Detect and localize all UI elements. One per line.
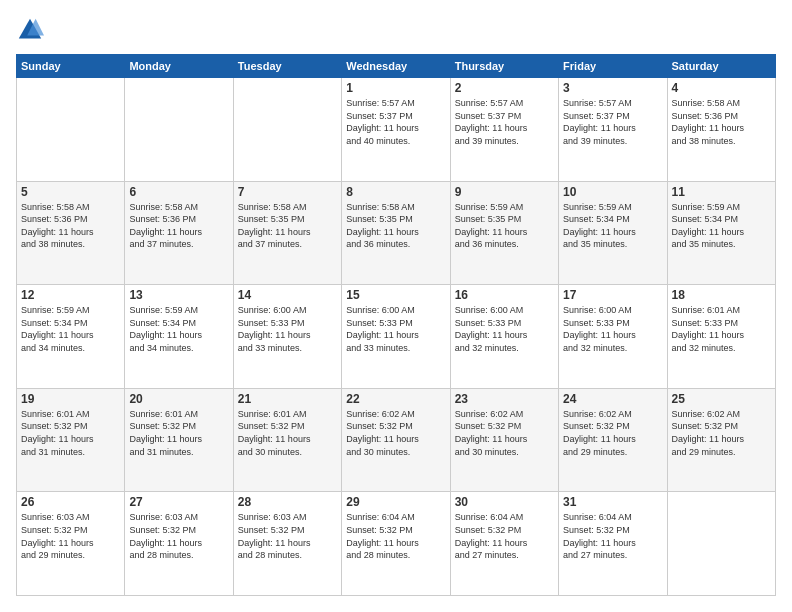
day-detail: Sunrise: 5:58 AM Sunset: 5:36 PM Dayligh…: [21, 201, 120, 251]
day-number: 8: [346, 185, 445, 199]
calendar-cell: 8Sunrise: 5:58 AM Sunset: 5:35 PM Daylig…: [342, 181, 450, 285]
day-detail: Sunrise: 6:03 AM Sunset: 5:32 PM Dayligh…: [238, 511, 337, 561]
calendar-cell: [667, 492, 775, 596]
day-detail: Sunrise: 6:00 AM Sunset: 5:33 PM Dayligh…: [563, 304, 662, 354]
calendar-cell: 31Sunrise: 6:04 AM Sunset: 5:32 PM Dayli…: [559, 492, 667, 596]
calendar-cell: [125, 78, 233, 182]
day-number: 17: [563, 288, 662, 302]
calendar-cell: [17, 78, 125, 182]
calendar: SundayMondayTuesdayWednesdayThursdayFrid…: [16, 54, 776, 596]
day-number: 2: [455, 81, 554, 95]
day-number: 19: [21, 392, 120, 406]
calendar-cell: 7Sunrise: 5:58 AM Sunset: 5:35 PM Daylig…: [233, 181, 341, 285]
day-detail: Sunrise: 6:04 AM Sunset: 5:32 PM Dayligh…: [455, 511, 554, 561]
week-row-5: 26Sunrise: 6:03 AM Sunset: 5:32 PM Dayli…: [17, 492, 776, 596]
day-detail: Sunrise: 5:59 AM Sunset: 5:34 PM Dayligh…: [21, 304, 120, 354]
calendar-cell: 30Sunrise: 6:04 AM Sunset: 5:32 PM Dayli…: [450, 492, 558, 596]
calendar-cell: [233, 78, 341, 182]
weekday-header-row: SundayMondayTuesdayWednesdayThursdayFrid…: [17, 55, 776, 78]
day-detail: Sunrise: 5:57 AM Sunset: 5:37 PM Dayligh…: [455, 97, 554, 147]
day-detail: Sunrise: 5:58 AM Sunset: 5:36 PM Dayligh…: [672, 97, 771, 147]
day-detail: Sunrise: 6:02 AM Sunset: 5:32 PM Dayligh…: [563, 408, 662, 458]
day-number: 15: [346, 288, 445, 302]
day-detail: Sunrise: 6:00 AM Sunset: 5:33 PM Dayligh…: [346, 304, 445, 354]
calendar-cell: 13Sunrise: 5:59 AM Sunset: 5:34 PM Dayli…: [125, 285, 233, 389]
calendar-cell: 2Sunrise: 5:57 AM Sunset: 5:37 PM Daylig…: [450, 78, 558, 182]
day-detail: Sunrise: 6:01 AM Sunset: 5:33 PM Dayligh…: [672, 304, 771, 354]
day-detail: Sunrise: 6:04 AM Sunset: 5:32 PM Dayligh…: [563, 511, 662, 561]
day-detail: Sunrise: 6:02 AM Sunset: 5:32 PM Dayligh…: [455, 408, 554, 458]
calendar-cell: 20Sunrise: 6:01 AM Sunset: 5:32 PM Dayli…: [125, 388, 233, 492]
day-detail: Sunrise: 5:59 AM Sunset: 5:34 PM Dayligh…: [672, 201, 771, 251]
day-detail: Sunrise: 6:01 AM Sunset: 5:32 PM Dayligh…: [21, 408, 120, 458]
calendar-cell: 16Sunrise: 6:00 AM Sunset: 5:33 PM Dayli…: [450, 285, 558, 389]
day-number: 14: [238, 288, 337, 302]
day-detail: Sunrise: 5:59 AM Sunset: 5:34 PM Dayligh…: [563, 201, 662, 251]
day-number: 23: [455, 392, 554, 406]
day-number: 30: [455, 495, 554, 509]
day-detail: Sunrise: 6:03 AM Sunset: 5:32 PM Dayligh…: [21, 511, 120, 561]
day-number: 20: [129, 392, 228, 406]
day-detail: Sunrise: 6:00 AM Sunset: 5:33 PM Dayligh…: [238, 304, 337, 354]
day-number: 22: [346, 392, 445, 406]
weekday-header-sunday: Sunday: [17, 55, 125, 78]
calendar-cell: 11Sunrise: 5:59 AM Sunset: 5:34 PM Dayli…: [667, 181, 775, 285]
calendar-cell: 24Sunrise: 6:02 AM Sunset: 5:32 PM Dayli…: [559, 388, 667, 492]
calendar-cell: 19Sunrise: 6:01 AM Sunset: 5:32 PM Dayli…: [17, 388, 125, 492]
week-row-1: 1Sunrise: 5:57 AM Sunset: 5:37 PM Daylig…: [17, 78, 776, 182]
day-number: 12: [21, 288, 120, 302]
day-detail: Sunrise: 6:02 AM Sunset: 5:32 PM Dayligh…: [346, 408, 445, 458]
weekday-header-saturday: Saturday: [667, 55, 775, 78]
calendar-cell: 15Sunrise: 6:00 AM Sunset: 5:33 PM Dayli…: [342, 285, 450, 389]
calendar-cell: 28Sunrise: 6:03 AM Sunset: 5:32 PM Dayli…: [233, 492, 341, 596]
day-detail: Sunrise: 5:57 AM Sunset: 5:37 PM Dayligh…: [346, 97, 445, 147]
calendar-cell: 17Sunrise: 6:00 AM Sunset: 5:33 PM Dayli…: [559, 285, 667, 389]
calendar-cell: 3Sunrise: 5:57 AM Sunset: 5:37 PM Daylig…: [559, 78, 667, 182]
calendar-cell: 4Sunrise: 5:58 AM Sunset: 5:36 PM Daylig…: [667, 78, 775, 182]
day-number: 29: [346, 495, 445, 509]
header: [16, 16, 776, 44]
calendar-cell: 27Sunrise: 6:03 AM Sunset: 5:32 PM Dayli…: [125, 492, 233, 596]
weekday-header-monday: Monday: [125, 55, 233, 78]
day-detail: Sunrise: 5:58 AM Sunset: 5:35 PM Dayligh…: [238, 201, 337, 251]
logo-icon: [16, 16, 44, 44]
weekday-header-thursday: Thursday: [450, 55, 558, 78]
week-row-3: 12Sunrise: 5:59 AM Sunset: 5:34 PM Dayli…: [17, 285, 776, 389]
day-number: 7: [238, 185, 337, 199]
calendar-cell: 1Sunrise: 5:57 AM Sunset: 5:37 PM Daylig…: [342, 78, 450, 182]
day-number: 5: [21, 185, 120, 199]
day-detail: Sunrise: 6:00 AM Sunset: 5:33 PM Dayligh…: [455, 304, 554, 354]
day-detail: Sunrise: 5:59 AM Sunset: 5:34 PM Dayligh…: [129, 304, 228, 354]
day-detail: Sunrise: 5:59 AM Sunset: 5:35 PM Dayligh…: [455, 201, 554, 251]
calendar-cell: 5Sunrise: 5:58 AM Sunset: 5:36 PM Daylig…: [17, 181, 125, 285]
logo: [16, 16, 48, 44]
day-number: 10: [563, 185, 662, 199]
day-number: 16: [455, 288, 554, 302]
calendar-cell: 10Sunrise: 5:59 AM Sunset: 5:34 PM Dayli…: [559, 181, 667, 285]
day-number: 4: [672, 81, 771, 95]
calendar-cell: 12Sunrise: 5:59 AM Sunset: 5:34 PM Dayli…: [17, 285, 125, 389]
weekday-header-friday: Friday: [559, 55, 667, 78]
day-detail: Sunrise: 6:01 AM Sunset: 5:32 PM Dayligh…: [129, 408, 228, 458]
day-detail: Sunrise: 6:04 AM Sunset: 5:32 PM Dayligh…: [346, 511, 445, 561]
calendar-cell: 26Sunrise: 6:03 AM Sunset: 5:32 PM Dayli…: [17, 492, 125, 596]
calendar-cell: 22Sunrise: 6:02 AM Sunset: 5:32 PM Dayli…: [342, 388, 450, 492]
calendar-cell: 23Sunrise: 6:02 AM Sunset: 5:32 PM Dayli…: [450, 388, 558, 492]
page: SundayMondayTuesdayWednesdayThursdayFrid…: [0, 0, 792, 612]
day-detail: Sunrise: 6:01 AM Sunset: 5:32 PM Dayligh…: [238, 408, 337, 458]
day-detail: Sunrise: 5:57 AM Sunset: 5:37 PM Dayligh…: [563, 97, 662, 147]
day-number: 13: [129, 288, 228, 302]
calendar-cell: 25Sunrise: 6:02 AM Sunset: 5:32 PM Dayli…: [667, 388, 775, 492]
calendar-cell: 9Sunrise: 5:59 AM Sunset: 5:35 PM Daylig…: [450, 181, 558, 285]
calendar-cell: 14Sunrise: 6:00 AM Sunset: 5:33 PM Dayli…: [233, 285, 341, 389]
weekday-header-tuesday: Tuesday: [233, 55, 341, 78]
day-number: 27: [129, 495, 228, 509]
day-number: 28: [238, 495, 337, 509]
calendar-cell: 18Sunrise: 6:01 AM Sunset: 5:33 PM Dayli…: [667, 285, 775, 389]
calendar-cell: 21Sunrise: 6:01 AM Sunset: 5:32 PM Dayli…: [233, 388, 341, 492]
day-number: 18: [672, 288, 771, 302]
week-row-4: 19Sunrise: 6:01 AM Sunset: 5:32 PM Dayli…: [17, 388, 776, 492]
day-number: 11: [672, 185, 771, 199]
calendar-cell: 6Sunrise: 5:58 AM Sunset: 5:36 PM Daylig…: [125, 181, 233, 285]
day-number: 1: [346, 81, 445, 95]
